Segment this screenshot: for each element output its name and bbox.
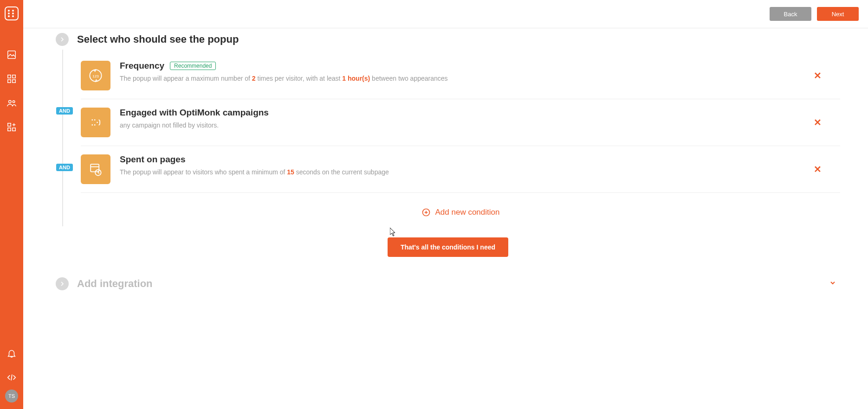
svg-rect-2	[13, 75, 15, 78]
condition-title: Engaged with OptiMonk campaigns	[120, 108, 269, 118]
condition-title: Frequency	[120, 61, 164, 71]
svg-point-15	[91, 119, 93, 121]
section-arrow-icon	[56, 277, 69, 290]
grid-plus-icon	[6, 122, 17, 132]
and-connector: AND	[56, 107, 73, 115]
nav-campaigns[interactable]	[0, 67, 23, 91]
nav-apps[interactable]	[0, 115, 23, 139]
chevron-down-icon	[829, 279, 836, 287]
done-conditions-button[interactable]: That's all the conditions I need	[388, 237, 508, 257]
svg-point-5	[9, 101, 11, 103]
next-button[interactable]: Next	[817, 7, 859, 21]
grid-icon	[6, 74, 17, 84]
svg-point-17	[91, 124, 93, 126]
topbar: Back Next	[23, 0, 868, 28]
nav-code[interactable]	[0, 365, 23, 390]
people-icon	[6, 98, 17, 108]
remove-condition-button[interactable]: ✕	[809, 159, 826, 179]
svg-line-12	[11, 375, 12, 381]
svg-rect-7	[8, 123, 11, 126]
recommended-badge: Recommended	[170, 62, 216, 70]
user-avatar[interactable]: TS	[5, 390, 18, 403]
section-header: Select who should see the popup	[56, 33, 840, 46]
condition-card-frequency[interactable]: 123 Frequency Recommended The popup will…	[81, 52, 840, 99]
nav-audience[interactable]	[0, 91, 23, 115]
svg-rect-0	[8, 51, 16, 59]
remove-condition-button[interactable]: ✕	[809, 65, 826, 86]
sidebar: TS	[0, 0, 23, 409]
svg-rect-8	[8, 128, 11, 131]
condition-desc: any campaign not filled by visitors.	[120, 121, 800, 130]
cursor-icon	[390, 228, 397, 237]
and-connector: AND	[56, 164, 73, 171]
bell-icon	[6, 348, 17, 358]
svg-point-16	[94, 119, 96, 121]
nav-notifications[interactable]	[0, 341, 23, 365]
svg-rect-3	[8, 80, 11, 83]
integration-title: Add integration	[77, 278, 153, 290]
engaged-icon	[81, 108, 110, 137]
frequency-icon: 123	[81, 61, 110, 90]
condition-card-spent[interactable]: Spent on pages The popup will appear to …	[81, 146, 840, 193]
svg-point-6	[13, 101, 15, 103]
plus-circle-icon	[421, 208, 431, 217]
timeline-line	[62, 50, 63, 226]
condition-title: Spent on pages	[120, 154, 185, 165]
condition-card-engaged[interactable]: Engaged with OptiMonk campaigns any camp…	[81, 99, 840, 146]
svg-rect-4	[13, 80, 15, 83]
code-icon	[6, 372, 17, 383]
svg-point-18	[94, 124, 96, 126]
spent-on-pages-icon	[81, 154, 110, 184]
svg-rect-20	[91, 164, 99, 172]
svg-text:123: 123	[92, 74, 99, 78]
image-icon	[6, 50, 17, 60]
svg-rect-1	[8, 75, 11, 78]
condition-desc: The popup will appear a maximum number o…	[120, 74, 800, 83]
back-button[interactable]: Back	[770, 7, 811, 21]
svg-rect-9	[13, 128, 15, 131]
add-condition-button[interactable]: Add new condition	[81, 193, 840, 226]
remove-condition-button[interactable]: ✕	[809, 112, 826, 133]
nav-dashboard[interactable]	[0, 43, 23, 67]
section-title: Select who should see the popup	[77, 33, 239, 45]
app-logo[interactable]	[5, 6, 19, 20]
logo-dots-icon	[8, 10, 15, 17]
svg-point-19	[97, 122, 98, 123]
section-arrow-icon	[56, 33, 69, 46]
expand-integration-button[interactable]	[825, 275, 840, 292]
integration-section[interactable]: Add integration	[56, 275, 840, 292]
condition-desc: The popup will appear to visitors who sp…	[120, 167, 800, 177]
svg-line-24	[98, 173, 99, 173]
